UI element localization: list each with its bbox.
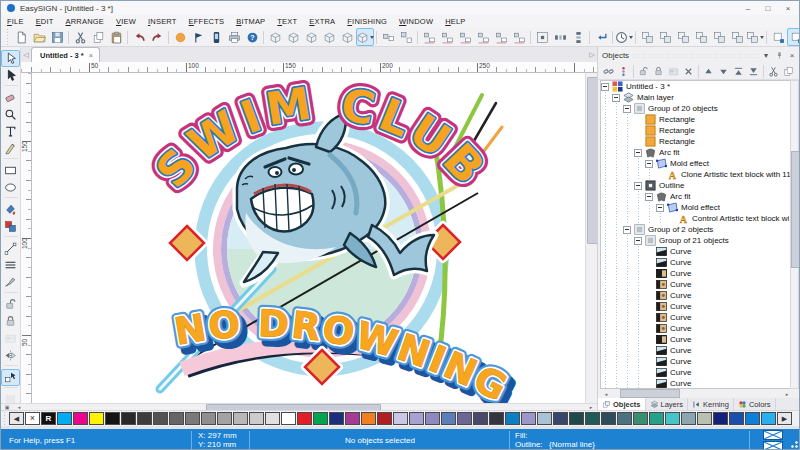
toolbar-history-timer-button[interactable]: [615, 28, 633, 46]
expand-toggle[interactable]: [645, 160, 653, 168]
toolbar-align-left-button[interactable]: [420, 28, 438, 46]
toolbar-apply-last-action-button[interactable]: [592, 28, 610, 46]
menu-finishing[interactable]: FINISHING: [341, 17, 393, 26]
toolbar-cut-button[interactable]: [71, 28, 89, 46]
menu-effects[interactable]: EFFECTS: [183, 17, 231, 26]
toolbar-align-center-v-button[interactable]: [510, 28, 528, 46]
tree-item-outline[interactable]: Outline: [601, 180, 792, 191]
color-swatch-b8b8b8[interactable]: [233, 412, 248, 425]
tree-scroll-right[interactable]: ▸: [781, 391, 793, 397]
toolbar-redo-button[interactable]: [148, 28, 166, 46]
color-swatch-292929[interactable]: [121, 412, 136, 425]
toolbar-weld-front-button[interactable]: [710, 28, 728, 46]
swatch-registration[interactable]: R: [41, 412, 56, 425]
tree-item-rectangle[interactable]: Rectangle: [601, 114, 792, 125]
tab-scroll-left[interactable]: ◁: [21, 48, 31, 62]
dropdown-caret-icon[interactable]: [760, 36, 764, 39]
tab-close-icon[interactable]: ×: [89, 51, 93, 60]
tree-item-group-of-2-objects[interactable]: Group of 2 objects: [601, 224, 792, 235]
color-swatch-2e4d5c[interactable]: [601, 412, 616, 425]
tool-eraser-tool-button[interactable]: [1, 89, 20, 106]
menu-text[interactable]: TEXT: [271, 17, 303, 26]
color-swatch-a53b94[interactable]: [345, 412, 360, 425]
tree-item-untitled-3[interactable]: Untitled - 3 *: [601, 81, 792, 92]
tree-item-clone-artistic-text-block-with-11[interactable]: Clone Artistic text block with 11: [601, 169, 792, 180]
tree-item-curve[interactable]: Curve: [601, 334, 792, 345]
expand-toggle[interactable]: [612, 94, 620, 102]
color-swatch-00adee[interactable]: [57, 412, 72, 425]
color-swatch-6d6593[interactable]: [457, 412, 472, 425]
tree-item-control-artistic-text-block-wi[interactable]: Control Artistic text block wi: [601, 213, 792, 224]
tool-knife-tool-button[interactable]: [1, 274, 20, 291]
tree-item-main-layer[interactable]: Main layer: [601, 92, 792, 103]
tree-item-curve[interactable]: Curve: [601, 268, 792, 279]
tree-item-curve[interactable]: Curve: [601, 290, 792, 301]
toolbar-undo-button[interactable]: [130, 28, 148, 46]
toolbar-print-button[interactable]: [225, 28, 243, 46]
tree-item-rectangle[interactable]: Rectangle: [601, 136, 792, 147]
tree-item-curve[interactable]: Curve: [601, 356, 792, 367]
resize-grip[interactable]: [789, 439, 798, 448]
color-swatch-36476c[interactable]: [553, 412, 568, 425]
toolbar-view-mode-1-button[interactable]: [266, 28, 284, 46]
tree-item-curve[interactable]: Curve: [601, 279, 792, 290]
tool-lock-tool-button[interactable]: [1, 313, 20, 330]
toolbar-view-mode-2-button[interactable]: [284, 28, 302, 46]
horizontal-ruler[interactable]: 50100150200250: [21, 62, 597, 73]
expand-toggle[interactable]: [623, 105, 631, 113]
maximize-button[interactable]: □: [759, 3, 777, 14]
toolbar-view-mode-4-button[interactable]: [320, 28, 338, 46]
vertical-ruler[interactable]: 15010050: [21, 73, 32, 403]
panel-lock-object-button[interactable]: [651, 63, 666, 79]
toolbar-help-button[interactable]: [243, 28, 261, 46]
expand-toggle[interactable]: [601, 83, 609, 91]
menu-view[interactable]: VIEW: [110, 17, 142, 26]
tree-scroll-left[interactable]: ◂: [600, 391, 612, 397]
panel-link-objects-button[interactable]: [601, 63, 616, 79]
tool-node-select-tool-button[interactable]: [1, 67, 20, 84]
color-swatch-0d7fd9[interactable]: [745, 412, 760, 425]
color-swatch-8ba6ae[interactable]: [681, 412, 696, 425]
tree-horizontal-scrollbar[interactable]: ◂▸: [600, 389, 793, 398]
tree-item-group-of-21-objects[interactable]: Group of 21 objects: [601, 235, 792, 246]
color-swatch-b01e24[interactable]: [377, 412, 392, 425]
expand-toggle[interactable]: [645, 193, 653, 201]
menu-window[interactable]: WINDOW: [393, 17, 439, 26]
menu-arrange[interactable]: ARRANGE: [60, 17, 111, 26]
menu-file[interactable]: FILE: [1, 17, 30, 26]
toolbar-align-bottom-button[interactable]: [474, 28, 492, 46]
tree-item-curve[interactable]: Curve: [601, 301, 792, 312]
color-swatch-cccccc[interactable]: [249, 412, 264, 425]
tool-zoom-tool-button[interactable]: [1, 106, 20, 123]
toolbar-send-to-device-button[interactable]: [207, 28, 225, 46]
toolbar-snap-to-guides-button[interactable]: [787, 28, 800, 46]
color-swatch-3d3d3d[interactable]: [137, 412, 152, 425]
color-swatch-1c2f7c[interactable]: [329, 412, 344, 425]
toolbar-align-right-button[interactable]: [438, 28, 456, 46]
tree-item-rectangle[interactable]: Rectangle: [601, 125, 792, 136]
menu-extra[interactable]: EXTRA: [303, 17, 341, 26]
color-swatch-a9c2d6[interactable]: [537, 412, 552, 425]
tool-move-selection-tool-button[interactable]: [1, 369, 20, 386]
toolbar-weld-back-button[interactable]: [728, 28, 746, 46]
canvas[interactable]: NO DROWNING NO DROWNING NO DROWNING NO D…: [32, 73, 585, 403]
color-swatch-4a717f[interactable]: [617, 412, 632, 425]
color-swatch-8e87c0[interactable]: [425, 412, 440, 425]
color-swatch-a3a3a3[interactable]: [217, 412, 232, 425]
panel-tab-objects[interactable]: Objects: [598, 398, 646, 410]
color-swatch-ffffff[interactable]: [281, 412, 296, 425]
toolbar-color-indicator-button[interactable]: [171, 28, 189, 46]
tab-scroll-right[interactable]: ▷: [587, 48, 597, 62]
color-swatch-28a18b[interactable]: [649, 412, 664, 425]
panel-copy-object-button[interactable]: [781, 63, 796, 79]
palette-next-button[interactable]: ▶: [777, 412, 792, 425]
dropdown-caret-icon[interactable]: [629, 36, 633, 39]
toolbar-view-mode-3-button[interactable]: [302, 28, 320, 46]
panel-move-up-button[interactable]: [701, 63, 716, 79]
toolbar-weld-exclude-button[interactable]: [692, 28, 710, 46]
expand-toggle[interactable]: [656, 204, 664, 212]
swatch-no-color[interactable]: ×: [25, 412, 40, 425]
toolbar-paste-button[interactable]: [107, 28, 125, 46]
tree-item-group-of-20-objects[interactable]: Group of 20 objects: [601, 103, 792, 114]
toolbar-snap-to-grid-button[interactable]: [769, 28, 787, 46]
